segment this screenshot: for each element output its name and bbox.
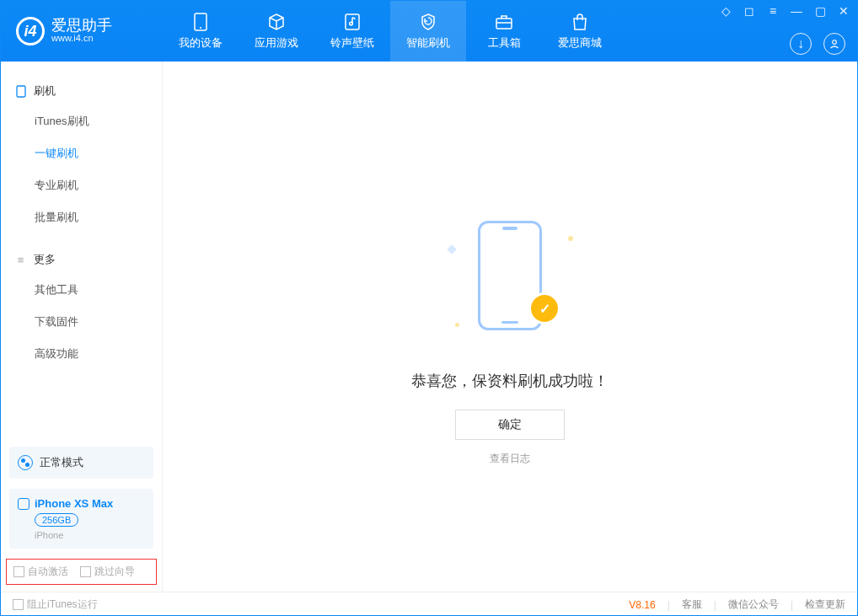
device-box[interactable]: iPhone XS Max 256GB iPhone bbox=[9, 489, 153, 549]
wechat-link[interactable]: 微信公众号 bbox=[728, 597, 779, 612]
footer: 阻止iTunes运行 V8.16 | 客服 | 微信公众号 | 检查更新 bbox=[1, 592, 857, 616]
checkbox-icon bbox=[13, 599, 24, 610]
sidebar-group-flash: 刷机 bbox=[1, 77, 162, 105]
sidebar-item-onekey-flash[interactable]: 一键刷机 bbox=[1, 137, 162, 169]
checkbox-icon bbox=[13, 566, 24, 577]
account-icon[interactable] bbox=[823, 33, 845, 55]
tab-label: 我的设备 bbox=[179, 35, 223, 51]
separator: | bbox=[714, 599, 716, 611]
group-title: 刷机 bbox=[34, 83, 56, 99]
shield-icon bbox=[418, 12, 438, 32]
checkbox-skip-guide[interactable]: 跳过向导 bbox=[80, 565, 135, 579]
view-log-link[interactable]: 查看日志 bbox=[490, 452, 530, 466]
ok-button[interactable]: 确定 bbox=[455, 410, 565, 440]
close-icon[interactable]: ✕ bbox=[837, 4, 850, 18]
svg-rect-6 bbox=[17, 86, 25, 97]
check-update-link[interactable]: 检查更新 bbox=[805, 597, 845, 612]
app-name-cn: 爱思助手 bbox=[51, 18, 112, 33]
checkbox-label: 阻止iTunes运行 bbox=[27, 598, 98, 610]
header-right: ↓ bbox=[790, 33, 845, 55]
tab-apps[interactable]: 应用游戏 bbox=[239, 1, 314, 62]
checkbox-label: 自动激活 bbox=[28, 565, 68, 577]
device-name-row: iPhone XS Max bbox=[18, 497, 113, 510]
app-name-en: www.i4.cn bbox=[51, 33, 112, 44]
tab-label: 工具箱 bbox=[488, 35, 521, 51]
tab-label: 智能刷机 bbox=[406, 35, 450, 51]
window-controls: ◇ ◻ ≡ — ▢ ✕ bbox=[719, 4, 850, 18]
top-tabs: 我的设备 应用游戏 铃声壁纸 智能刷机 工具箱 爱思商城 bbox=[163, 1, 618, 62]
device-name: iPhone XS Max bbox=[35, 497, 113, 510]
tab-label: 应用游戏 bbox=[255, 35, 298, 51]
toolbox-icon bbox=[494, 12, 514, 32]
check-badge-icon: ✓ bbox=[531, 295, 558, 322]
separator: | bbox=[668, 599, 670, 611]
sidebar-item-itunes-flash[interactable]: iTunes刷机 bbox=[1, 105, 162, 137]
logo[interactable]: i4 爱思助手 www.i4.cn bbox=[1, 17, 163, 46]
music-icon bbox=[342, 12, 362, 32]
svg-rect-4 bbox=[496, 19, 512, 29]
sparkle-icon bbox=[447, 244, 456, 254]
customer-service-link[interactable]: 客服 bbox=[682, 597, 702, 612]
sidebar-item-download-firmware[interactable]: 下载固件 bbox=[1, 306, 162, 338]
checkbox-auto-activate[interactable]: 自动激活 bbox=[13, 565, 68, 579]
sparkle-icon bbox=[455, 323, 459, 327]
bag-icon bbox=[570, 12, 590, 32]
main-content: ✓ 恭喜您，保资料刷机成功啦！ 确定 查看日志 bbox=[163, 62, 857, 592]
version-label: V8.16 bbox=[629, 599, 655, 611]
device-type: iPhone bbox=[35, 530, 63, 540]
success-illustration: ✓ bbox=[447, 221, 573, 347]
menu-icon[interactable]: ≡ bbox=[766, 4, 780, 18]
device-capacity: 256GB bbox=[35, 513, 78, 527]
list-icon: ≡ bbox=[14, 254, 27, 266]
separator: | bbox=[791, 599, 793, 611]
tab-label: 铃声壁纸 bbox=[330, 35, 374, 51]
sidebar: 刷机 iTunes刷机 一键刷机 专业刷机 批量刷机 ≡ 更多 其他工具 下载固… bbox=[1, 62, 163, 592]
svg-point-1 bbox=[200, 27, 201, 29]
checkbox-label: 跳过向导 bbox=[94, 565, 135, 577]
logo-icon: i4 bbox=[16, 17, 45, 46]
shirt-icon[interactable]: ◇ bbox=[719, 4, 732, 18]
cube-icon bbox=[266, 12, 287, 32]
mode-box[interactable]: 正常模式 bbox=[9, 447, 153, 479]
sidebar-item-batch-flash[interactable]: 批量刷机 bbox=[1, 201, 162, 233]
tab-toolbox[interactable]: 工具箱 bbox=[466, 1, 542, 62]
mode-label: 正常模式 bbox=[40, 455, 83, 470]
device-icon bbox=[190, 12, 211, 32]
sparkle-icon bbox=[568, 236, 573, 241]
minimize-icon[interactable]: — bbox=[790, 4, 803, 18]
lock-icon[interactable]: ◻ bbox=[743, 4, 756, 18]
svg-point-3 bbox=[350, 22, 353, 25]
tab-label: 爱思商城 bbox=[558, 35, 602, 51]
success-message: 恭喜您，保资料刷机成功啦！ bbox=[411, 371, 609, 391]
sidebar-item-pro-flash[interactable]: 专业刷机 bbox=[1, 169, 162, 201]
sidebar-item-other-tools[interactable]: 其他工具 bbox=[1, 274, 162, 306]
group-title: 更多 bbox=[34, 252, 56, 267]
tab-store[interactable]: 爱思商城 bbox=[542, 1, 618, 62]
options-row: 自动激活 跳过向导 bbox=[6, 559, 157, 585]
maximize-icon[interactable]: ▢ bbox=[813, 4, 827, 18]
sidebar-item-advanced[interactable]: 高级功能 bbox=[1, 338, 162, 370]
checkbox-icon bbox=[80, 566, 91, 577]
phone-icon bbox=[14, 85, 27, 98]
device-icon bbox=[18, 498, 29, 510]
sidebar-group-more: ≡ 更多 bbox=[1, 245, 162, 274]
svg-point-5 bbox=[833, 40, 837, 45]
logo-text: 爱思助手 www.i4.cn bbox=[51, 18, 112, 44]
tab-my-device[interactable]: 我的设备 bbox=[163, 1, 239, 62]
download-icon[interactable]: ↓ bbox=[790, 33, 812, 55]
tab-flash[interactable]: 智能刷机 bbox=[390, 1, 466, 62]
tab-ringtone[interactable]: 铃声壁纸 bbox=[314, 1, 390, 62]
mode-icon bbox=[18, 455, 33, 470]
header: i4 爱思助手 www.i4.cn 我的设备 应用游戏 铃声壁纸 智能刷机 工具… bbox=[1, 1, 857, 62]
checkbox-block-itunes[interactable]: 阻止iTunes运行 bbox=[13, 597, 98, 612]
